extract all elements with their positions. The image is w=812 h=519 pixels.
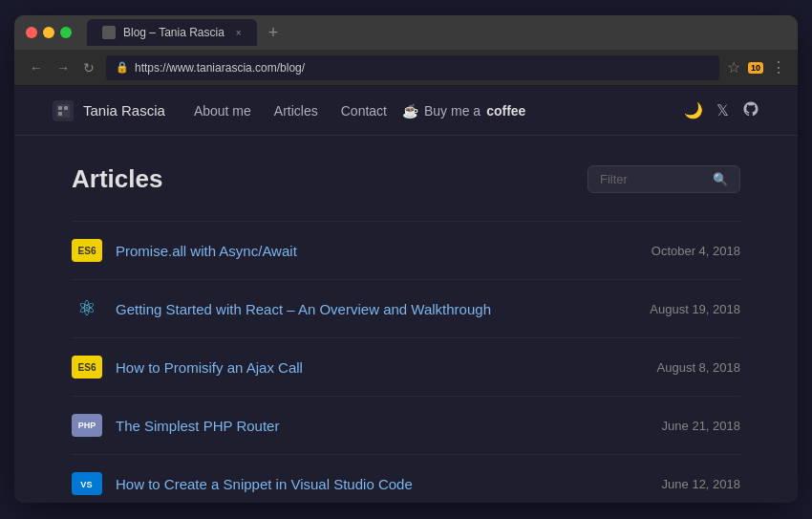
coffee-prefix: Buy me a	[424, 103, 481, 119]
new-tab-button[interactable]: +	[261, 23, 287, 43]
refresh-button[interactable]: ↻	[79, 58, 98, 77]
article-list: ES6 Promise.all with Async/Await October…	[72, 221, 740, 503]
coffee-bold: coffee	[486, 103, 525, 119]
article-badge-vs: VS	[72, 468, 102, 499]
site-nav: Tania Rascia About me Articles Contact ☕…	[14, 86, 798, 136]
badge-es6-2: ES6	[72, 356, 102, 378]
tab-close-button[interactable]: ×	[236, 28, 242, 38]
list-item: PHP The Simplest PHP Router June 21, 201…	[72, 397, 740, 455]
traffic-lights	[26, 27, 72, 38]
back-button[interactable]: ←	[26, 58, 47, 77]
site-logo[interactable]: Tania Rascia	[53, 100, 165, 121]
browser-window: Blog – Tania Rascia × + ← → ↻ 🔒 https://…	[14, 15, 798, 503]
filter-input[interactable]	[600, 172, 705, 186]
nav-buttons: ← → ↻	[26, 58, 98, 77]
more-tools-icon[interactable]: ⋮	[771, 58, 786, 76]
article-link-3[interactable]: How to Promisify an Ajax Call	[116, 359, 644, 376]
article-badge-react: ⚛	[72, 293, 102, 324]
articles-header: Articles 🔍	[72, 164, 740, 194]
badge-php: PHP	[72, 414, 102, 437]
svg-rect-2	[64, 106, 68, 110]
svg-rect-1	[58, 106, 62, 110]
maximize-window-button[interactable]	[60, 27, 72, 38]
list-item: ES6 Promise.all with Async/Await October…	[72, 221, 740, 280]
toolbar-right: ☆ 10 ⋮	[727, 58, 786, 76]
article-date-3: August 8, 2018	[657, 360, 740, 375]
nav-articles[interactable]: Articles	[274, 103, 318, 119]
list-item: VS How to Create a Snippet in Visual Stu…	[72, 455, 740, 503]
article-date-2: August 19, 2018	[650, 302, 740, 316]
badge-es6: ES6	[72, 239, 102, 262]
ssl-lock-icon: 🔒	[116, 61, 129, 74]
article-link-1[interactable]: Promise.all with Async/Await	[116, 243, 638, 259]
article-date-1: October 4, 2018	[652, 244, 740, 258]
article-badge-es6-2: ES6	[72, 352, 102, 382]
tab-title: Blog – Tania Rascia	[123, 26, 224, 39]
badge-vs: VS	[72, 472, 102, 495]
svg-rect-0	[56, 104, 70, 118]
browser-toolbar: ← → ↻ 🔒 https://www.taniarascia.com/blog…	[14, 50, 798, 86]
nav-about[interactable]: About me	[194, 103, 251, 119]
tab-favicon	[102, 26, 116, 39]
active-tab[interactable]: Blog – Tania Rascia ×	[87, 19, 257, 46]
nav-coffee-link[interactable]: ☕ Buy me a coffee	[402, 103, 525, 119]
nav-contact[interactable]: Contact	[341, 103, 387, 119]
site-logo-icon	[53, 100, 74, 121]
tab-bar: Blog – Tania Rascia × +	[87, 19, 786, 46]
browser-titlebar: Blog – Tania Rascia × +	[14, 15, 798, 50]
dark-mode-icon[interactable]: 🌙	[684, 101, 703, 119]
nav-icons-right: 🌙 𝕏	[684, 100, 759, 121]
article-link-4[interactable]: The Simplest PHP Router	[116, 418, 649, 434]
svg-text:VS: VS	[80, 480, 92, 489]
filter-box[interactable]: 🔍	[588, 165, 740, 193]
page-content: Tania Rascia About me Articles Contact ☕…	[14, 86, 798, 503]
site-logo-text: Tania Rascia	[83, 102, 165, 119]
twitter-icon[interactable]: 𝕏	[716, 101, 729, 119]
articles-title: Articles	[72, 164, 162, 194]
github-icon[interactable]	[742, 100, 759, 121]
article-date-4: June 21, 2018	[662, 419, 740, 433]
svg-rect-3	[58, 112, 62, 116]
react-icon: ⚛	[77, 296, 96, 321]
search-icon: 🔍	[713, 172, 728, 186]
url-display: https://www.taniarascia.com/blog/	[135, 61, 305, 75]
list-item: ES6 How to Promisify an Ajax Call August…	[72, 338, 740, 397]
forward-button[interactable]: →	[53, 58, 74, 77]
extensions-badge[interactable]: 10	[748, 62, 763, 74]
article-badge-es6-1: ES6	[72, 235, 102, 266]
address-bar[interactable]: 🔒 https://www.taniarascia.com/blog/	[106, 55, 719, 80]
close-window-button[interactable]	[26, 27, 37, 38]
minimize-window-button[interactable]	[43, 27, 54, 38]
article-link-5[interactable]: How to Create a Snippet in Visual Studio…	[116, 476, 649, 492]
coffee-emoji-icon: ☕	[402, 103, 418, 119]
bookmark-icon[interactable]: ☆	[727, 58, 740, 76]
main-content: Articles 🔍 ES6 Promise.all with Async/Aw…	[14, 136, 798, 503]
article-date-5: June 12, 2018	[662, 477, 740, 491]
article-link-2[interactable]: Getting Started with React – An Overview…	[116, 301, 636, 317]
site-nav-links: About me Articles Contact	[194, 103, 387, 119]
article-badge-php: PHP	[72, 410, 102, 441]
list-item: ⚛ Getting Started with React – An Overvi…	[72, 280, 740, 338]
